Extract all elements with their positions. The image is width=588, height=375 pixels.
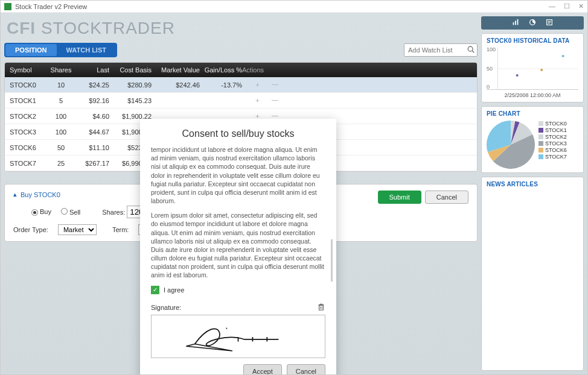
col-cost[interactable]: Cost Basis	[109, 66, 152, 74]
col-gl[interactable]: Gain/Loss %	[200, 66, 242, 74]
svg-rect-2	[319, 305, 324, 310]
radio-sell[interactable]	[61, 208, 68, 215]
legend-item: STOCK3	[538, 140, 567, 147]
tab-watchlist[interactable]: WATCH LIST	[57, 44, 116, 56]
signature-label: Signature:	[151, 304, 181, 311]
ordertype-select[interactable]: Market	[58, 224, 97, 235]
search-icon[interactable]	[465, 45, 477, 55]
consent-modal: Consent to sell/buy stocks tempor incidi…	[140, 119, 336, 375]
modal-scrollbar[interactable]	[331, 239, 333, 282]
pie-chart[interactable]	[487, 121, 535, 169]
col-mv[interactable]: Market Value	[152, 66, 200, 74]
news-panel: NEWS ARTICLES	[481, 177, 584, 371]
cancel-button[interactable]: Cancel	[425, 191, 468, 204]
hist-title: STOCK0 HISTORICAL DATA	[487, 37, 578, 44]
minimize-icon[interactable]: —	[549, 2, 555, 10]
svg-line-1	[472, 51, 474, 52]
window-title: Stock Trader v2 Preview	[15, 3, 87, 10]
svg-point-17	[516, 74, 519, 77]
col-shares[interactable]: Shares	[46, 66, 76, 74]
legend-item: STOCK7	[538, 154, 567, 160]
agree-label: I agree	[164, 286, 184, 294]
tab-position[interactable]: POSITION	[5, 44, 57, 56]
pie-icon[interactable]	[528, 18, 537, 28]
minus-icon[interactable]: —	[272, 96, 278, 105]
radio-buy[interactable]	[31, 209, 38, 216]
modal-title: Consent to sell/buy stocks	[151, 128, 325, 139]
pie-title: PIE CHART	[487, 110, 578, 117]
maximize-icon[interactable]: ☐	[564, 2, 570, 10]
col-symbol[interactable]: Symbol	[10, 66, 46, 74]
accept-button[interactable]: Accept	[243, 364, 282, 375]
add-watchlist-search[interactable]	[404, 43, 478, 57]
hist-chart[interactable]: 100 50 0	[487, 48, 578, 90]
svg-rect-7	[513, 22, 514, 25]
hist-timestamp: 2/25/2008 12:00:00 AM	[487, 92, 578, 98]
search-input[interactable]	[404, 44, 465, 56]
view-tabs: POSITION WATCH LIST	[4, 43, 117, 57]
plus-icon[interactable]: ＋	[254, 80, 261, 89]
table-row[interactable]: STOCK15$92.16$145.23＋—	[5, 93, 477, 109]
trash-icon[interactable]	[317, 303, 325, 312]
submit-button[interactable]: Submit	[378, 191, 421, 204]
pie-panel: PIE CHART STOCK0STOCK1STOCK2STOCK3STOCK6…	[481, 106, 584, 173]
svg-point-19	[562, 55, 564, 57]
legend-item: STOCK0	[538, 121, 567, 127]
app-window: Stock Trader v2 Preview — ☐ ✕ CFI STOCKT…	[0, 0, 588, 375]
consent-text-2: Lorem ipsum dolor sit amet, consectetur …	[151, 211, 325, 279]
news-title: NEWS ARTICLES	[487, 181, 578, 188]
right-toolbar	[481, 16, 584, 30]
historical-panel: STOCK0 HISTORICAL DATA 100 50 0 2/25/200…	[481, 33, 584, 102]
news-icon[interactable]	[545, 18, 554, 28]
app-icon	[4, 3, 11, 10]
legend-item: STOCK6	[538, 147, 567, 153]
col-actions: Actions	[242, 66, 290, 74]
table-row[interactable]: STOCK010$24.25$280.99$242.46-13.7%＋—	[5, 77, 477, 93]
agree-checkbox[interactable]: ✓	[151, 286, 159, 294]
legend-item: STOCK2	[538, 134, 567, 140]
brand-logo: CFI STOCKTRADER	[4, 16, 478, 43]
pie-legend: STOCK0STOCK1STOCK2STOCK3STOCK6STOCK7	[538, 121, 567, 160]
minus-icon[interactable]: —	[272, 80, 278, 89]
svg-point-0	[468, 46, 473, 51]
svg-rect-9	[517, 19, 519, 25]
chart-icon[interactable]	[511, 18, 520, 28]
svg-point-18	[540, 69, 543, 71]
legend-item: STOCK1	[538, 127, 567, 133]
modal-cancel-button[interactable]: Cancel	[287, 364, 325, 375]
consent-text-1: tempor incididunt ut labore et dolore ma…	[151, 145, 325, 205]
close-icon[interactable]: ✕	[578, 2, 584, 10]
svg-rect-8	[515, 20, 516, 25]
collapse-icon[interactable]: ▴	[13, 191, 17, 198]
col-last[interactable]: Last	[76, 66, 109, 74]
plus-icon[interactable]: ＋	[254, 96, 261, 105]
order-title: Buy STOCK0	[21, 191, 60, 198]
signature-pad[interactable]	[151, 315, 325, 358]
titlebar: Stock Trader v2 Preview — ☐ ✕	[1, 1, 587, 13]
